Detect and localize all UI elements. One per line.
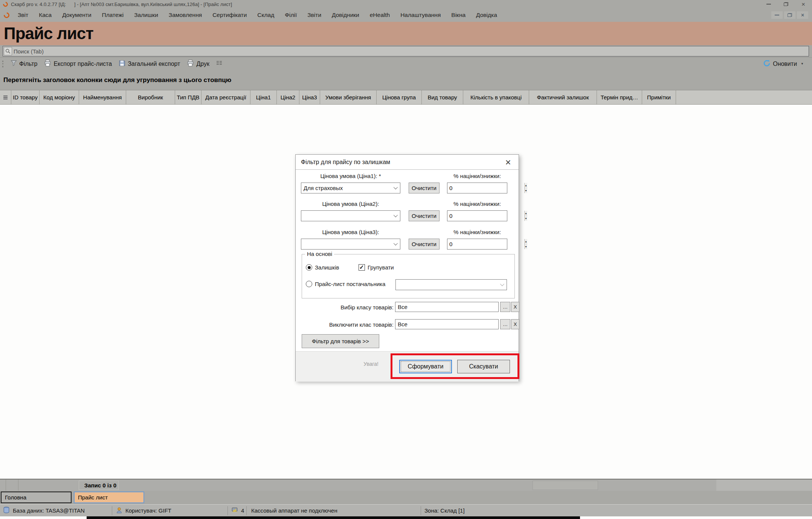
- menu-item-dovidka[interactable]: Довідка: [471, 12, 502, 18]
- column-header-data-reiestratsii[interactable]: Дата реєстрації: [201, 90, 250, 104]
- column-header-kilkist-v-upakovtsi[interactable]: Кількість в упаковці: [463, 90, 529, 104]
- spin-up-button[interactable]: ▲: [525, 211, 527, 216]
- column-header-tsina3[interactable]: Ціна3: [299, 90, 320, 104]
- close-button[interactable]: ×: [795, 0, 812, 8]
- column-header-tsina2[interactable]: Ціна2: [277, 90, 299, 104]
- menu-item-zvit[interactable]: Звіт: [12, 12, 34, 18]
- menu-item-ehealth[interactable]: eHealth: [365, 12, 395, 18]
- column-header-tsina1[interactable]: Ціна1: [250, 90, 277, 104]
- class-select-field[interactable]: Все: [395, 302, 499, 312]
- class-select-browse-button[interactable]: …: [500, 302, 510, 312]
- column-header-kod-morionu[interactable]: Код моріону: [40, 90, 79, 104]
- spin-up-button[interactable]: ▲: [525, 239, 527, 244]
- tab-prais-lyst[interactable]: Прайс лист: [74, 492, 144, 503]
- column-header-termin-prydatnosti[interactable]: Термін прид…: [597, 90, 642, 104]
- price3-combobox[interactable]: [301, 239, 400, 250]
- menu-item-zalyshky[interactable]: Залишки: [129, 12, 163, 18]
- menu-item-filii[interactable]: Філії: [279, 12, 302, 18]
- menu-item-zvity[interactable]: Звіти: [302, 12, 327, 18]
- restore-icon: [784, 2, 788, 6]
- toolbar-grip-handle[interactable]: [2, 61, 4, 67]
- cancel-button[interactable]: Скасувати: [457, 360, 510, 373]
- filter-button[interactable]: Фільтр: [7, 58, 41, 70]
- column-header-naimenuvannia[interactable]: Найменування: [79, 90, 126, 104]
- print-button-label: Друк: [196, 61, 209, 67]
- taskbar-edge: [87, 516, 580, 519]
- menu-item-nalashtuvannia[interactable]: Налаштування: [395, 12, 446, 18]
- minimize-button[interactable]: [760, 0, 777, 8]
- goods-filter-button[interactable]: Фільтр для товарів >>: [302, 334, 379, 348]
- column-header-id-tovaru[interactable]: ID товару: [11, 90, 40, 104]
- menu-item-sertyfikaty[interactable]: Сертифікати: [207, 12, 252, 18]
- menu-item-vikna[interactable]: Вікна: [446, 12, 471, 18]
- price1-combobox-value: Для страховых: [304, 185, 343, 191]
- price1-clear-button[interactable]: Очистити: [409, 183, 440, 193]
- funnel-icon: [11, 60, 17, 68]
- class-exclude-clear-button[interactable]: X: [511, 319, 519, 329]
- mdi-minimize-button[interactable]: [771, 11, 783, 19]
- column-header-typ-pdv[interactable]: Тип ПДВ: [175, 90, 201, 104]
- general-export-label: Загальний експорт: [128, 61, 180, 67]
- price1-label: Цінова умова (Ціна1): *: [301, 173, 400, 179]
- tab-prais-lyst-label: Прайс лист: [78, 494, 108, 501]
- mdi-close-button[interactable]: ×: [797, 11, 808, 19]
- dialog-close-button[interactable]: ×: [501, 155, 516, 170]
- column-header-vyrobnyk[interactable]: Виробник: [126, 90, 175, 104]
- refresh-button[interactable]: Оновити ▼: [760, 58, 812, 70]
- menu-item-zamovlennia[interactable]: Замовлення: [163, 12, 207, 18]
- menu-item-dokumenty[interactable]: Документи: [57, 12, 96, 18]
- group-by-panel[interactable]: Перетягніть заголовок колонки сюди для у…: [0, 70, 812, 90]
- supplier-price-combobox[interactable]: [395, 279, 507, 290]
- chevron-down-icon[interactable]: ▼: [801, 62, 804, 65]
- group-checkbox-label[interactable]: Групувати: [368, 264, 394, 271]
- tab-holovna[interactable]: Головна: [1, 492, 72, 503]
- submit-button[interactable]: Сформувати: [399, 360, 452, 373]
- menu-item-platezhi[interactable]: Платежі: [97, 12, 129, 18]
- menu-item-dovidnyky[interactable]: Довідники: [327, 12, 365, 18]
- column-header-faktychnyi-zalyshok[interactable]: Фактичний залишок: [529, 90, 597, 104]
- statusbar-connection-count: 4: [241, 507, 244, 514]
- column-header-tsinova-hrupa[interactable]: Цінова група: [377, 90, 422, 104]
- general-export-button[interactable]: Загальний експорт: [115, 58, 183, 70]
- chevron-down-icon: [394, 241, 398, 245]
- stock-radio-label[interactable]: Залишків: [315, 264, 339, 271]
- app-window: Скарб pro v. 4.0.2.77 [ІД: ] - [Апт №003…: [0, 0, 812, 519]
- statusbar: База даних: TASA3@TITAN Користувач: GIFT…: [0, 504, 812, 516]
- group-checkbox[interactable]: ✓: [359, 264, 365, 271]
- column-header-vyd-tovaru[interactable]: Вид товару: [422, 90, 463, 104]
- print-button[interactable]: Друк: [183, 58, 213, 70]
- spin-down-button[interactable]: ▼: [525, 244, 527, 249]
- group-by-hint: Перетягніть заголовок колонки сюди для у…: [0, 76, 231, 84]
- class-exclude-browse-button[interactable]: …: [500, 319, 510, 329]
- record-bar-empty-segment: [533, 481, 598, 490]
- price2-clear-button[interactable]: Очистити: [409, 210, 440, 221]
- price2-combobox[interactable]: [301, 210, 400, 221]
- statusbar-user: Користувач: GIFT: [125, 507, 171, 514]
- mdi-restore-button[interactable]: [784, 11, 795, 19]
- search-input[interactable]: [14, 46, 809, 56]
- column-header-prymitky[interactable]: Примітки: [642, 90, 676, 104]
- class-exclude-field[interactable]: Все: [395, 319, 499, 329]
- supplier-price-radio-label[interactable]: Прайс-лист постачальника: [315, 281, 385, 287]
- spin-down-button[interactable]: ▼: [525, 216, 527, 221]
- price1-percent-input[interactable]: [447, 183, 524, 193]
- stock-radio[interactable]: [306, 264, 312, 271]
- price3-clear-button[interactable]: Очистити: [409, 239, 440, 250]
- price2-percent-input[interactable]: [447, 211, 524, 221]
- price1-combobox[interactable]: Для страховых: [301, 183, 400, 193]
- class-select-clear-button[interactable]: X: [511, 302, 519, 312]
- columns-button[interactable]: [213, 58, 226, 70]
- price3-percent-input[interactable]: [447, 239, 524, 249]
- export-price-list-button[interactable]: Експорт прайс-листа: [41, 58, 115, 70]
- search-row: [0, 45, 812, 57]
- spin-down-button[interactable]: ▼: [525, 188, 527, 193]
- supplier-price-radio[interactable]: [306, 281, 312, 287]
- window-titlebar: Скарб pro v. 4.0.2.77 [ІД: ] - [Апт №003…: [0, 0, 812, 8]
- restore-button[interactable]: [777, 0, 795, 8]
- spin-up-button[interactable]: ▲: [525, 183, 527, 188]
- menu-item-kasa[interactable]: Каса: [34, 12, 57, 18]
- class-select-label: Вибір класу товарів:: [301, 304, 394, 310]
- check-icon: ✓: [359, 264, 364, 271]
- column-header-umovy-zberihannia[interactable]: Умови зберігання: [320, 90, 377, 104]
- menu-item-sklad[interactable]: Склад: [252, 12, 279, 18]
